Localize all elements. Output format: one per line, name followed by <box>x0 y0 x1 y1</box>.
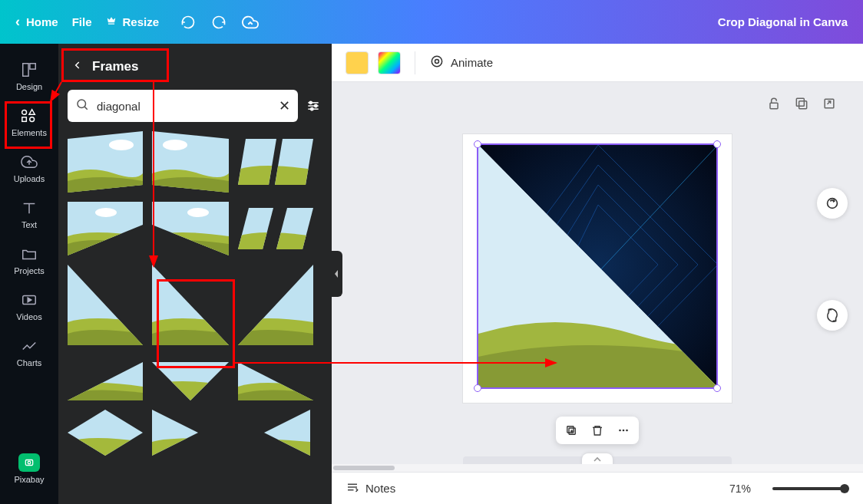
lock-button[interactable] <box>766 96 783 113</box>
duplicate-page-button[interactable] <box>794 96 811 113</box>
home-label: Home <box>26 15 58 28</box>
selection-box[interactable] <box>477 143 718 389</box>
search-icon <box>75 97 89 114</box>
svg-rect-62 <box>770 103 778 109</box>
page-title[interactable]: Crop Diagonal in Canva <box>718 15 848 28</box>
context-toolbar <box>556 417 639 444</box>
sidebar-item-videos[interactable]: Videos <box>0 286 58 326</box>
frame-result-item[interactable] <box>68 131 143 193</box>
charts-icon <box>18 337 40 355</box>
zoom-percentage[interactable]: 71% <box>729 483 751 495</box>
sidebar-item-projects[interactable]: Projects <box>0 240 58 280</box>
search-input-wrapper[interactable]: ✕ <box>68 90 298 122</box>
svg-rect-63 <box>799 101 807 109</box>
duplicate-element-button[interactable] <box>564 423 579 438</box>
frame-result-item[interactable] <box>152 202 229 255</box>
file-label: File <box>72 15 92 28</box>
svg-rect-4 <box>22 117 26 122</box>
frame-result-item[interactable] <box>152 265 229 345</box>
frame-result-item[interactable] <box>238 265 313 345</box>
svg-point-85 <box>623 430 625 432</box>
crown-icon <box>106 15 117 28</box>
color-picker-solid[interactable] <box>346 51 369 74</box>
svg-point-10 <box>28 461 31 464</box>
svg-point-47 <box>266 283 287 292</box>
share-page-button[interactable] <box>822 96 838 113</box>
color-picker-gradient[interactable] <box>378 51 401 74</box>
svg-rect-11 <box>25 460 32 466</box>
cloud-sync-icon[interactable] <box>242 14 259 31</box>
svg-point-19 <box>315 104 317 107</box>
svg-point-5 <box>30 117 35 122</box>
text-icon <box>18 199 40 217</box>
frame-result-item[interactable] <box>68 354 143 400</box>
svg-rect-0 <box>23 64 28 77</box>
selection-handle-bottom-left[interactable] <box>474 384 481 392</box>
view-fit-button[interactable] <box>817 188 848 219</box>
svg-point-2 <box>22 110 27 114</box>
file-menu[interactable]: File <box>72 15 92 28</box>
svg-marker-3 <box>29 110 35 114</box>
svg-point-33 <box>95 208 117 217</box>
resize-menu[interactable]: Resize <box>106 15 160 28</box>
svg-marker-9 <box>28 298 31 302</box>
canvas-page[interactable] <box>463 134 732 403</box>
selection-handle-bottom-right[interactable] <box>713 384 721 392</box>
home-button[interactable]: ‹ Home <box>15 14 58 30</box>
flip-order-button[interactable] <box>817 300 848 331</box>
videos-icon <box>18 291 40 309</box>
frame-result-item[interactable] <box>68 410 143 456</box>
frame-result-item[interactable] <box>238 202 313 255</box>
sidebar-item-text[interactable]: Text <box>0 194 58 234</box>
canvas-scrollbar-horizontal[interactable] <box>332 464 863 472</box>
filter-button[interactable] <box>304 90 322 122</box>
frame-result-item[interactable] <box>152 410 310 456</box>
selection-handle-top-right[interactable] <box>713 140 721 148</box>
sidebar-item-pixabay[interactable]: Pixabay <box>0 449 58 489</box>
sidebar-item-elements[interactable]: Elements <box>0 102 58 142</box>
clear-search-button[interactable]: ✕ <box>279 97 290 114</box>
svg-point-20 <box>311 108 313 110</box>
frame-result-item[interactable] <box>68 265 143 345</box>
svg-rect-1 <box>30 64 35 69</box>
redo-button[interactable] <box>211 15 226 30</box>
sidebar-item-uploads[interactable]: Uploads <box>0 148 58 188</box>
design-icon <box>18 61 40 79</box>
frame-result-item[interactable] <box>152 354 229 400</box>
projects-icon <box>18 245 40 263</box>
svg-point-23 <box>109 140 134 150</box>
frame-result-item[interactable] <box>238 354 313 400</box>
sidebar-item-charts[interactable]: Charts <box>0 332 58 372</box>
svg-point-26 <box>163 140 187 150</box>
frame-result-item[interactable] <box>152 131 229 193</box>
zoom-slider[interactable] <box>772 487 849 490</box>
selection-handle-top-left[interactable] <box>474 140 481 148</box>
sidebar-item-design[interactable]: Design <box>0 56 58 96</box>
frame-result-item[interactable] <box>238 131 313 193</box>
svg-point-36 <box>187 208 209 217</box>
animate-label: Animate <box>451 56 493 69</box>
more-options-button[interactable] <box>616 423 631 438</box>
resize-label: Resize <box>123 15 160 28</box>
toolbar-separator <box>415 51 415 74</box>
notes-icon <box>346 480 359 496</box>
elements-icon <box>18 107 40 125</box>
svg-point-60 <box>432 56 441 66</box>
uploads-icon <box>18 153 40 171</box>
svg-point-61 <box>435 60 439 64</box>
svg-rect-64 <box>796 98 804 106</box>
panel-back-button[interactable] <box>72 60 83 74</box>
chevron-left-icon: ‹ <box>15 14 20 30</box>
svg-point-13 <box>78 100 86 108</box>
animate-button[interactable]: Animate <box>429 54 493 71</box>
frame-result-item[interactable] <box>68 202 143 255</box>
animate-icon <box>429 54 445 71</box>
undo-button[interactable] <box>180 15 196 30</box>
svg-point-86 <box>626 430 628 432</box>
notes-button[interactable]: Notes <box>346 480 395 496</box>
svg-point-18 <box>309 101 312 104</box>
panel-title: Frames <box>92 59 138 74</box>
delete-element-button[interactable] <box>590 423 605 438</box>
svg-point-84 <box>619 430 621 432</box>
search-input[interactable] <box>97 100 271 113</box>
